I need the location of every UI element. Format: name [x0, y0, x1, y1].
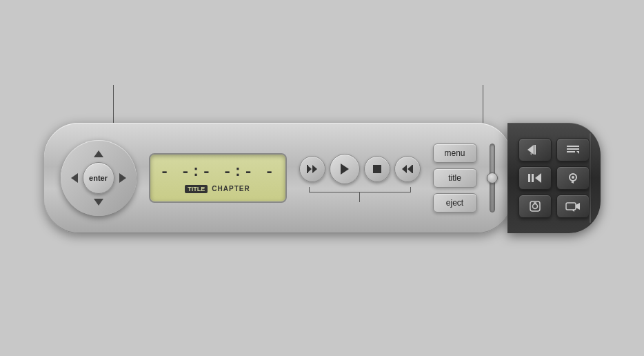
menu-button[interactable]: menu — [433, 144, 477, 163]
panel-divider — [590, 133, 591, 223]
play-step-button[interactable] — [519, 138, 552, 161]
svg-point-19 — [572, 176, 574, 179]
play-step-icon — [527, 144, 543, 155]
dpad-down-button[interactable] — [88, 192, 109, 212]
stop-icon — [372, 164, 382, 174]
subtitle-icon — [565, 144, 581, 155]
left-arrow-icon — [71, 173, 78, 183]
transport-buttons — [299, 154, 421, 184]
slider-thumb — [487, 172, 498, 184]
up-arrow-icon — [94, 150, 103, 157]
dpad-right-button[interactable] — [113, 168, 132, 188]
pause-step-icon — [527, 172, 543, 184]
display-labels: TITLE CHAPTER — [185, 185, 250, 193]
svg-rect-2 — [307, 165, 308, 173]
annotation-line-right — [483, 85, 483, 123]
dark-panel — [507, 123, 601, 233]
slider-track — [490, 144, 495, 212]
enter-button[interactable]: enter — [83, 162, 114, 194]
dpad-up-button[interactable] — [88, 144, 109, 164]
angle-icon — [527, 201, 543, 212]
skip-forward-icon — [402, 164, 413, 174]
bracket-stem — [359, 192, 360, 202]
title-button[interactable]: title — [433, 168, 477, 188]
svg-marker-14 — [576, 151, 579, 154]
side-buttons-group: menu title eject — [433, 144, 477, 212]
right-arrow-icon — [119, 173, 126, 183]
stop-button[interactable] — [364, 156, 390, 182]
chapter-label: CHAPTER — [212, 185, 250, 192]
camera-button[interactable] — [556, 195, 590, 218]
remote-controller: enter - -:- -:- - TITLE CHAPTER — [44, 123, 601, 233]
audio-icon — [565, 172, 581, 184]
transport-controls — [299, 154, 421, 202]
svg-rect-22 — [566, 203, 576, 210]
pause-step-button[interactable] — [519, 166, 552, 190]
display-time: - -:- -:- - — [160, 164, 275, 181]
camera-icon — [565, 201, 581, 212]
audio-button[interactable] — [556, 166, 590, 190]
svg-marker-5 — [402, 165, 407, 173]
skip-forward-button[interactable] — [394, 156, 421, 182]
remote-silver-body: enter - -:- -:- - TITLE CHAPTER — [44, 123, 512, 233]
skip-back-button[interactable] — [299, 156, 325, 182]
svg-marker-10 — [530, 152, 532, 155]
transport-bracket — [309, 187, 411, 192]
svg-rect-15 — [528, 174, 530, 182]
svg-rect-7 — [412, 165, 413, 173]
play-icon — [340, 164, 350, 175]
annotation-line-left — [113, 85, 114, 123]
down-arrow-icon — [94, 199, 103, 206]
dark-panel-grid — [519, 138, 590, 218]
angle-button[interactable] — [519, 195, 552, 218]
dpad: enter — [61, 140, 137, 216]
play-button[interactable] — [330, 154, 360, 184]
svg-marker-6 — [407, 165, 412, 173]
svg-rect-9 — [534, 145, 536, 155]
volume-slider[interactable] — [490, 140, 495, 216]
svg-marker-23 — [576, 203, 580, 210]
svg-rect-12 — [567, 148, 579, 150]
title-label: TITLE — [185, 185, 208, 193]
svg-point-21 — [532, 204, 537, 209]
svg-rect-4 — [373, 165, 381, 173]
svg-marker-8 — [527, 145, 534, 155]
svg-rect-11 — [567, 146, 579, 147]
svg-rect-13 — [567, 151, 575, 152]
svg-marker-17 — [535, 173, 541, 183]
subtitle-button[interactable] — [556, 138, 590, 161]
svg-rect-16 — [532, 174, 534, 182]
eject-button[interactable]: eject — [433, 193, 477, 212]
display-screen: - -:- -:- - TITLE CHAPTER — [149, 153, 287, 203]
svg-marker-3 — [341, 164, 349, 175]
dpad-left-button[interactable] — [65, 168, 84, 188]
skip-back-icon — [307, 164, 318, 174]
svg-marker-1 — [312, 165, 317, 173]
